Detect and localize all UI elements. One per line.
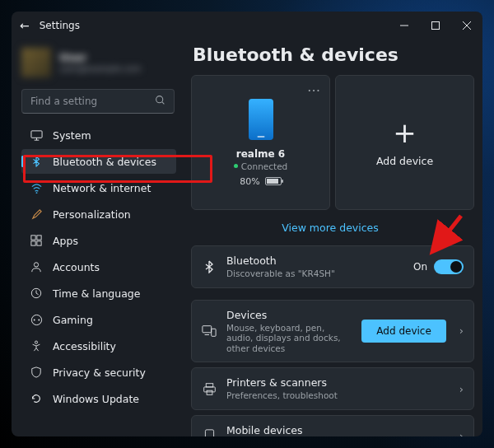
- svg-point-19: [35, 341, 37, 343]
- bluetooth-icon: [30, 155, 43, 168]
- plus-icon: +: [393, 119, 417, 147]
- avatar: [21, 48, 51, 77]
- svg-rect-11: [37, 236, 41, 240]
- sidebar-item-label: Accessibility: [53, 340, 116, 352]
- devices-row[interactable]: Devices Mouse, keyboard, pen, audio, dis…: [191, 300, 474, 363]
- mobile-title: Mobile devices: [226, 424, 446, 436]
- accounts-icon: [30, 260, 43, 273]
- sidebar-item-accounts[interactable]: Accounts: [21, 254, 176, 279]
- bluetooth-title: Bluetooth: [226, 254, 403, 267]
- sidebar-item-windows-update[interactable]: Windows Update: [21, 386, 176, 411]
- svg-point-18: [38, 319, 40, 320]
- devices-title: Devices: [226, 309, 352, 321]
- chevron-right-icon: ›: [459, 430, 464, 436]
- sidebar-item-gaming[interactable]: Gaming: [21, 307, 176, 332]
- svg-rect-23: [206, 383, 213, 386]
- svg-point-17: [33, 319, 35, 320]
- svg-point-16: [31, 315, 41, 324]
- page-title: Bluetooth & devices: [193, 44, 474, 65]
- svg-rect-1: [432, 22, 440, 30]
- bluetooth-subtitle: Discoverable as "KR4SH": [226, 268, 403, 279]
- shield-icon: [30, 366, 43, 379]
- svg-rect-12: [31, 241, 35, 245]
- sidebar-item-label: Apps: [53, 235, 78, 247]
- brush-icon: [30, 208, 43, 221]
- svg-rect-6: [30, 130, 41, 137]
- sidebar-item-label: Accounts: [53, 261, 100, 273]
- svg-point-4: [156, 96, 163, 103]
- printers-title: Printers & scanners: [226, 376, 446, 389]
- back-button[interactable]: ←: [20, 19, 30, 32]
- sidebar-item-label: Personalization: [53, 208, 131, 221]
- search-placeholder: Find a setting: [30, 96, 155, 107]
- device-tile[interactable]: ⋯ realme 6 Connected 80%: [191, 75, 330, 210]
- svg-point-9: [35, 192, 37, 194]
- settings-window: ← Settings User user@example.com: [12, 12, 482, 436]
- update-icon: [30, 392, 43, 405]
- sidebar-item-label: Gaming: [53, 314, 93, 326]
- sidebar-item-bluetooth-devices[interactable]: Bluetooth & devices: [21, 149, 176, 174]
- svg-rect-21: [212, 329, 216, 336]
- sidebar-item-personalization[interactable]: Personalization: [21, 202, 176, 226]
- status-dot-icon: [234, 164, 238, 168]
- maximize-button[interactable]: [420, 12, 451, 40]
- svg-rect-26: [205, 430, 213, 436]
- sidebar-item-accessibility[interactable]: Accessibility: [21, 334, 176, 358]
- profile-block[interactable]: User user@example.com: [21, 46, 176, 79]
- svg-rect-25: [207, 390, 212, 394]
- app-name: Settings: [40, 20, 80, 31]
- bluetooth-toggle-row: Bluetooth Discoverable as "KR4SH" On: [191, 245, 474, 288]
- svg-rect-13: [37, 241, 41, 245]
- search-icon: [155, 95, 165, 108]
- sidebar-item-label: Network & internet: [53, 182, 151, 194]
- toggle-switch-icon: [434, 259, 464, 274]
- clock-icon: [30, 287, 43, 300]
- sidebar-item-label: System: [53, 129, 91, 142]
- sidebar-item-network[interactable]: Network & internet: [21, 175, 176, 200]
- chevron-right-icon: ›: [459, 324, 464, 337]
- device-status: Connected: [234, 161, 288, 171]
- system-icon: [30, 128, 43, 142]
- sidebar-item-label: Bluetooth & devices: [53, 156, 156, 168]
- gaming-icon: [30, 313, 43, 326]
- wifi-icon: [30, 181, 43, 194]
- mobile-devices-row[interactable]: Mobile devices Instantly access your mob…: [191, 415, 474, 436]
- bluetooth-icon: [202, 259, 217, 274]
- main-panel: Bluetooth & devices ⋯ realme 6 Connected…: [183, 40, 482, 436]
- svg-rect-20: [203, 326, 212, 333]
- chevron-right-icon: ›: [459, 383, 464, 395]
- mobile-icon: [202, 429, 217, 436]
- minimize-button[interactable]: [389, 12, 420, 40]
- printer-icon: [202, 381, 217, 396]
- add-device-label: Add device: [376, 155, 433, 167]
- sidebar-item-apps[interactable]: Apps: [21, 228, 176, 253]
- device-name: realme 6: [236, 148, 285, 160]
- search-input[interactable]: Find a setting: [21, 89, 175, 114]
- sidebar: User user@example.com Find a setting Sys…: [12, 40, 183, 436]
- add-device-tile[interactable]: + Add device: [335, 75, 474, 210]
- view-more-devices-link[interactable]: View more devices: [191, 215, 469, 240]
- svg-rect-24: [203, 387, 215, 392]
- sidebar-item-time-language[interactable]: Time & language: [21, 281, 176, 306]
- bluetooth-toggle[interactable]: On: [413, 259, 464, 274]
- sidebar-item-system[interactable]: System: [21, 123, 176, 147]
- svg-line-5: [162, 102, 164, 104]
- add-device-button[interactable]: Add device: [361, 320, 445, 343]
- sidebar-item-label: Privacy & security: [53, 366, 146, 379]
- sidebar-nav: System Bluetooth & devices Network & int…: [15, 122, 183, 412]
- apps-icon: [30, 234, 43, 247]
- printers-subtitle: Preferences, troubleshoot: [226, 390, 446, 401]
- device-battery: 80%: [240, 176, 281, 187]
- profile-email: user@example.com: [59, 64, 141, 73]
- device-more-button[interactable]: ⋯: [307, 82, 321, 98]
- titlebar: ← Settings: [12, 12, 482, 40]
- sidebar-item-label: Time & language: [53, 287, 140, 300]
- svg-point-14: [34, 263, 38, 267]
- close-button[interactable]: [451, 12, 482, 40]
- battery-icon: [265, 177, 282, 185]
- profile-name: User: [59, 52, 141, 63]
- devices-subtitle: Mouse, keyboard, pen, audio, displays an…: [226, 323, 352, 354]
- sidebar-item-privacy[interactable]: Privacy & security: [21, 360, 176, 385]
- accessibility-icon: [30, 339, 43, 352]
- printers-row[interactable]: Printers & scanners Preferences, trouble…: [191, 367, 474, 410]
